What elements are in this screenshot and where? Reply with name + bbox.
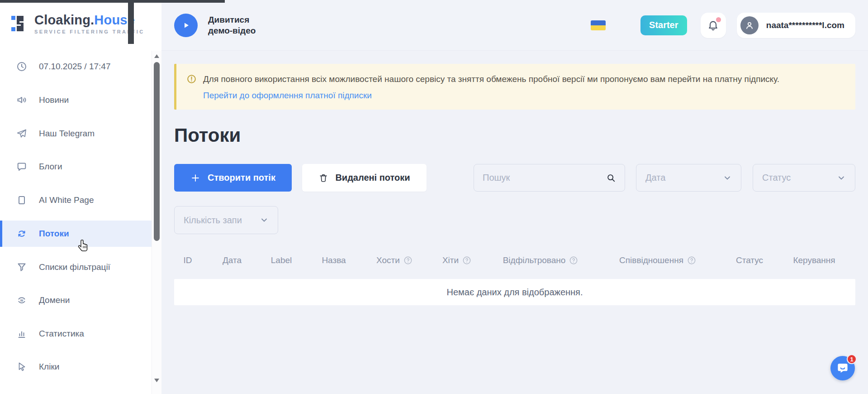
domain-icon: w <box>16 295 27 306</box>
search-field[interactable] <box>474 164 625 192</box>
sidebar-item-label: Кліки <box>39 362 59 372</box>
column-id: ID <box>174 255 201 265</box>
create-flow-button[interactable]: Створити потік <box>174 164 292 192</box>
column-date: Дата <box>201 255 263 265</box>
help-icon[interactable] <box>687 256 696 265</box>
column-hosts: Хости <box>368 255 421 265</box>
status-filter-dropdown[interactable]: Статус <box>753 164 855 192</box>
main-area: Дивитися демо-відео Starter naata*******… <box>161 0 868 394</box>
sidebar-item-label: Блоги <box>39 162 62 172</box>
chat-bubble-icon <box>16 161 27 172</box>
scroll-up-icon[interactable] <box>153 53 160 59</box>
date-filter-dropdown[interactable]: Дата <box>636 164 741 192</box>
user-email: naata**********l.com <box>766 20 844 30</box>
notifications-button[interactable] <box>701 13 726 38</box>
stats-icon <box>16 328 27 339</box>
play-demo-button[interactable] <box>174 14 198 37</box>
chat-smile-icon <box>836 361 849 375</box>
top-header: Дивитися демо-відео Starter naata*******… <box>161 0 868 51</box>
chevron-down-icon <box>723 173 732 183</box>
app-logo[interactable]: Cloaking.House SERVICE FILTERING TRAFFIC <box>11 13 145 34</box>
column-controls: Керування <box>772 255 856 265</box>
toolbar: Створити потік Видалені потоки Дата <box>174 164 855 192</box>
user-account-button[interactable]: naata**********l.com <box>737 13 855 38</box>
page-title: Потоки <box>174 125 855 146</box>
telegram-icon <box>16 128 27 139</box>
sidebar-item-domains[interactable]: w Домени <box>0 287 152 313</box>
table-header: ID Дата Label Назва Хости Хіти Відфільтр… <box>174 255 855 265</box>
column-hits: Хіти <box>421 255 493 265</box>
search-icon[interactable] <box>606 173 616 183</box>
search-input[interactable] <box>483 173 606 183</box>
column-ratio: Співвідношення <box>588 255 727 265</box>
avatar <box>740 16 759 34</box>
brand-name: Cloaking.House <box>34 13 135 27</box>
sidebar-item-news[interactable]: Новини <box>0 87 152 113</box>
sidebar-item-ai-white-page[interactable]: AI White Page <box>0 187 152 213</box>
chevron-down-icon <box>837 173 846 183</box>
column-label: Label <box>263 255 300 265</box>
column-name: Назва <box>300 255 368 265</box>
sidebar-item-label: Статистика <box>39 329 84 339</box>
sidebar-item-label: Списки фільтрації <box>39 262 110 272</box>
column-filtered: Відфільтровано <box>493 255 588 265</box>
help-icon[interactable] <box>569 256 578 265</box>
megaphone-icon <box>16 95 27 106</box>
trash-icon <box>318 173 328 183</box>
clock-icon <box>16 61 27 72</box>
sidebar: Cloaking.House SERVICE FILTERING TRAFFIC… <box>0 0 161 394</box>
records-count-dropdown[interactable]: Кількість запи <box>174 206 278 234</box>
scroll-down-icon[interactable] <box>153 378 160 383</box>
scrollbar-thumb[interactable] <box>154 62 160 241</box>
chat-widget-button[interactable]: 1 <box>830 356 855 380</box>
sidebar-item-label: Новини <box>39 95 69 105</box>
sidebar-item-label: Наш Telegram <box>39 129 95 139</box>
sidebar-item-label: Домени <box>39 295 70 305</box>
filter-icon <box>16 262 27 273</box>
help-icon[interactable] <box>403 256 413 265</box>
sidebar-item-telegram[interactable]: Наш Telegram <box>0 120 152 147</box>
sidebar-item-blogs[interactable]: Блоги <box>0 154 152 180</box>
sidebar-item-label: 07.10.2025 / 17:47 <box>39 62 110 72</box>
chat-unread-badge: 1 <box>847 354 857 364</box>
column-status: Статус <box>727 255 772 265</box>
logo-icon <box>11 14 29 34</box>
sidebar-item-filter-lists[interactable]: Списки фільтрації <box>0 254 152 280</box>
sidebar-item-label: AI White Page <box>39 195 94 205</box>
demo-video-label[interactable]: Дивитися демо-відео <box>208 14 261 36</box>
play-icon <box>180 20 191 31</box>
top-edge-bar <box>0 0 225 3</box>
language-flag-ukraine[interactable] <box>591 20 606 30</box>
help-icon[interactable] <box>462 256 471 265</box>
sidebar-item-label: Потоки <box>39 229 69 239</box>
banner-text: Для повного використання всіх можливосте… <box>203 73 779 85</box>
sidebar-item-flows[interactable]: Потоки <box>0 221 152 247</box>
svg-text:w: w <box>20 298 24 303</box>
page-icon <box>16 195 27 206</box>
plus-icon <box>190 173 200 183</box>
subscribe-link[interactable]: Перейти до оформлення платної підписки <box>203 91 372 101</box>
chevron-down-icon <box>260 216 269 225</box>
deleted-flows-button[interactable]: Видалені потоки <box>302 164 427 192</box>
warning-icon <box>187 74 196 84</box>
table-empty-state: Немає даних для відображення. <box>174 279 855 305</box>
top-edge-strip <box>128 0 134 44</box>
sidebar-item-statistics[interactable]: Статистика <box>0 321 152 347</box>
flows-icon <box>16 228 27 239</box>
sidebar-item-datetime: 07.10.2025 / 17:47 <box>0 53 152 80</box>
clicks-icon <box>16 361 27 372</box>
trial-warning-banner: Для повного використання всіх можливосте… <box>174 64 855 110</box>
plan-badge-button[interactable]: Starter <box>640 15 687 35</box>
notification-dot <box>716 17 721 22</box>
sidebar-scrollbar[interactable] <box>152 51 161 394</box>
sidebar-item-clicks[interactable]: Кліки <box>0 354 152 380</box>
